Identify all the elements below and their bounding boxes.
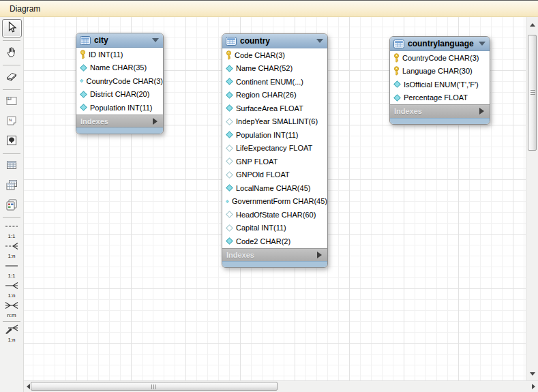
- column-row-CountryCode[interactable]: CountryCode CHAR(3): [390, 51, 490, 65]
- column-row-GNP[interactable]: GNP FLOAT: [222, 155, 327, 168]
- tool-cardinality-label: 1:1: [8, 273, 15, 279]
- table-name: countrylanguage: [408, 39, 474, 48]
- layer-icon: L: [5, 94, 18, 110]
- tool-pan[interactable]: [2, 44, 22, 62]
- tool-place-layer[interactable]: L: [2, 93, 22, 111]
- table-card-city[interactable]: cityID INT(11)Name CHAR(35)CountryCode C…: [76, 33, 164, 134]
- column-row-Population[interactable]: Population INT(11): [222, 128, 327, 142]
- column-list: ID INT(11)Name CHAR(35)CountryCode CHAR(…: [76, 48, 163, 115]
- column-row-IsOfficial[interactable]: IsOfficial ENUM('T','F'): [390, 78, 490, 91]
- column-text: GNPOld FLOAT: [236, 170, 290, 179]
- indexes-section[interactable]: Indexes: [222, 248, 327, 262]
- column-text: Region CHAR(26): [236, 91, 297, 99]
- tool-delete[interactable]: [2, 68, 22, 87]
- scroll-down-icon[interactable]: [530, 372, 535, 376]
- indexes-section[interactable]: Indexes: [76, 115, 163, 128]
- table-header[interactable]: country: [222, 34, 327, 48]
- indexes-section[interactable]: Indexes: [390, 104, 490, 118]
- column-row-Capital[interactable]: Capital INT(11): [222, 222, 327, 235]
- vertical-scrollbar-thumb[interactable]: [528, 35, 537, 151]
- primary-key-icon: [393, 66, 400, 76]
- tool-rel-1-n-identifying[interactable]: 1:n: [2, 280, 22, 299]
- expand-arrow-icon[interactable]: [317, 252, 322, 258]
- column-row-Code2[interactable]: Code2 CHAR(2): [222, 235, 327, 248]
- table-header[interactable]: city: [76, 33, 163, 48]
- table-icon: [393, 40, 404, 48]
- rel-n-m-icon: [4, 300, 19, 312]
- column-row-Percentage[interactable]: Percentage FLOAT: [390, 91, 490, 105]
- collapse-arrow-icon[interactable]: [479, 42, 485, 46]
- column-text: HeadOfState CHAR(60): [236, 211, 316, 219]
- tool-select[interactable]: [2, 19, 22, 37]
- not-null-diamond-icon: [80, 64, 87, 72]
- tool-rel-1-n-non-identifying[interactable]: 1:n: [2, 241, 22, 259]
- column-row-District[interactable]: District CHAR(20): [76, 88, 163, 102]
- not-null-diamond-icon: [226, 237, 233, 245]
- column-text: Name CHAR(52): [236, 64, 293, 72]
- column-row-GovernmentForm[interactable]: GovernmentForm CHAR(45): [222, 195, 327, 209]
- column-row-Language[interactable]: Language CHAR(30): [390, 65, 490, 78]
- eraser-icon: [5, 70, 18, 86]
- column-row-HeadOfState[interactable]: HeadOfState CHAR(60): [222, 208, 327, 222]
- scrollbar-grip: [530, 90, 535, 96]
- scroll-right-icon[interactable]: [532, 384, 535, 389]
- tool-place-routine-group[interactable]: [2, 196, 22, 215]
- horizontal-scrollbar-thumb[interactable]: [31, 382, 278, 391]
- tool-rel-1-1-non-identifying[interactable]: 1:1: [2, 221, 22, 239]
- primary-key-icon: [226, 50, 232, 60]
- column-row-Population[interactable]: Population INT(11): [76, 101, 163, 115]
- column-row-ID[interactable]: ID INT(11): [76, 48, 163, 61]
- column-row-Name[interactable]: Name CHAR(35): [76, 61, 163, 75]
- not-null-diamond-icon: [80, 91, 87, 98]
- column-row-Name[interactable]: Name CHAR(52): [222, 62, 327, 76]
- column-row-SurfaceArea[interactable]: SurfaceArea FLOAT: [222, 102, 327, 115]
- column-row-LifeExpectancy[interactable]: LifeExpectancy FLOAT: [222, 142, 327, 155]
- tool-place-note[interactable]: N: [2, 112, 22, 131]
- table-card-countrylanguage[interactable]: countrylanguageCountryCode CHAR(3)Langua…: [389, 36, 490, 125]
- table-header[interactable]: countrylanguage: [390, 37, 490, 51]
- column-text: LocalName CHAR(45): [236, 184, 310, 192]
- expand-arrow-icon[interactable]: [479, 108, 484, 115]
- column-text: Language CHAR(30): [402, 67, 473, 75]
- tool-rel-n-m-identifying[interactable]: n:m: [2, 300, 22, 318]
- nullable-diamond-icon: [226, 118, 233, 125]
- column-row-IndepYear[interactable]: IndepYear SMALLINT(6): [222, 115, 327, 129]
- table-card-country[interactable]: countryCode CHAR(3)Name CHAR(52)Continen…: [222, 33, 328, 268]
- horizontal-scrollbar[interactable]: [24, 380, 538, 392]
- hand-icon: [5, 45, 18, 61]
- nullable-diamond-icon: [226, 224, 233, 232]
- rel-solid-1-n-icon: [4, 280, 19, 292]
- expand-arrow-icon[interactable]: [153, 118, 158, 125]
- column-row-CountryCode[interactable]: CountryCode CHAR(3): [76, 74, 163, 88]
- tool-place-image[interactable]: [2, 132, 22, 151]
- table-name: country: [240, 36, 270, 46]
- tool-place-table[interactable]: [2, 157, 22, 175]
- column-text: CountryCode CHAR(3): [402, 54, 479, 62]
- column-row-Code[interactable]: Code CHAR(3): [222, 48, 327, 62]
- table-name: city: [94, 35, 108, 45]
- collapse-arrow-icon[interactable]: [316, 39, 323, 43]
- column-row-Region[interactable]: Region CHAR(26): [222, 89, 327, 102]
- column-row-GNPOld[interactable]: GNPOld FLOAT: [222, 168, 327, 182]
- not-null-diamond-icon: [226, 131, 233, 138]
- tool-cardinality-label: n:m: [7, 313, 16, 318]
- toolbar-divider: [3, 153, 20, 154]
- column-row-LocalName[interactable]: LocalName CHAR(45): [222, 181, 327, 195]
- tool-rel-1-n-existing-columns[interactable]: 1:n: [2, 325, 22, 343]
- tool-palette: LN1:11:n1:11:nn:m1:n: [0, 17, 24, 392]
- tool-rel-1-1-identifying[interactable]: 1:1: [2, 260, 22, 279]
- scroll-left-icon[interactable]: [27, 384, 30, 389]
- vertical-scrollbar[interactable]: [526, 17, 538, 380]
- table-icon: [226, 37, 237, 46]
- not-null-diamond-icon: [393, 94, 401, 102]
- diagram-canvas[interactable]: cityID INT(11)Name CHAR(35)CountryCode C…: [24, 17, 526, 380]
- scroll-up-icon[interactable]: [530, 23, 535, 27]
- primary-key-icon: [393, 53, 400, 63]
- tool-place-view[interactable]: [2, 177, 22, 195]
- indexes-label: Indexes: [80, 117, 108, 125]
- column-row-Continent[interactable]: Continent ENUM(...): [222, 75, 327, 89]
- collapse-arrow-icon[interactable]: [152, 38, 159, 42]
- not-null-diamond-icon: [226, 184, 233, 192]
- diagram-window: Diagram LN1:11:n1:11:nn:m1:n cityID INT(…: [0, 0, 538, 392]
- table-footer: [222, 261, 327, 267]
